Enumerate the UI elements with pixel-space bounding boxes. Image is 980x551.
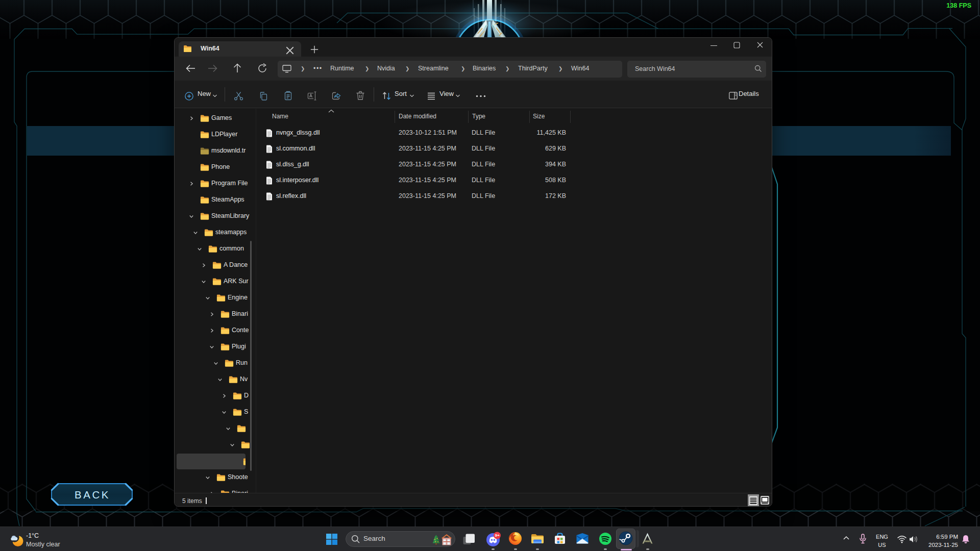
- svg-text:9+: 9+: [495, 533, 499, 538]
- svg-text:138 FPS: 138 FPS: [946, 2, 971, 9]
- svg-text:BACK: BACK: [75, 489, 110, 500]
